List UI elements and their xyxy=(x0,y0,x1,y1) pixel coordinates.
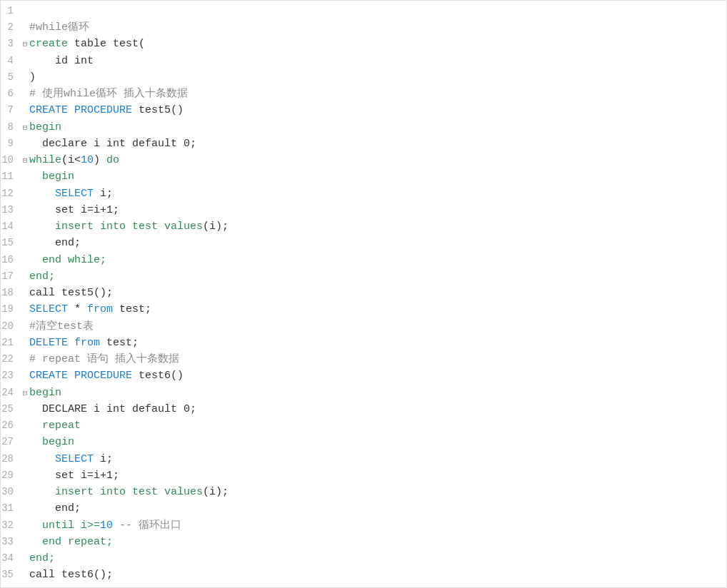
line-number: 5 xyxy=(1,70,21,86)
line-content: id int xyxy=(29,53,721,69)
collapse-marker[interactable]: ⊟ xyxy=(21,387,29,400)
line-content: end; xyxy=(29,500,721,517)
line-content: create table test( xyxy=(29,36,721,52)
token: begin xyxy=(29,121,61,133)
line-number: 11 xyxy=(1,169,21,185)
line-content: call test5(); xyxy=(29,285,721,301)
line-content: SELECT i; xyxy=(29,451,721,467)
line-content: #while循环 xyxy=(29,19,721,36)
token: until i>= xyxy=(29,519,100,532)
code-line: 22# repeat 语句 插入十条数据 xyxy=(1,351,726,368)
line-number: 19 xyxy=(1,302,21,318)
line-number: 29 xyxy=(1,468,21,484)
token: end while; xyxy=(42,254,106,266)
line-number: 17 xyxy=(1,269,21,285)
token: SELECT xyxy=(55,453,94,465)
token: insert into test values xyxy=(55,220,203,233)
token: call test5(); xyxy=(29,287,113,299)
token: #while循环 xyxy=(29,21,89,34)
line-content: insert into test values(i); xyxy=(29,218,721,235)
line-number: 1 xyxy=(1,4,21,19)
code-line: 29 set i=i+1; xyxy=(1,467,726,484)
line-content: # repeat 语句 插入十条数据 xyxy=(29,351,721,368)
code-line: 23CREATE PROCEDURE test6() xyxy=(1,368,726,384)
token xyxy=(68,370,74,382)
token: set i=i+1; xyxy=(29,470,119,482)
token: insert into test values xyxy=(55,486,203,498)
token: CREATE xyxy=(29,104,68,116)
token: * xyxy=(68,303,87,315)
line-content: CREATE PROCEDURE test6() xyxy=(29,368,721,384)
token: #清空test表 xyxy=(29,320,94,333)
line-number: 27 xyxy=(1,435,21,450)
code-line: 24⊟begin xyxy=(1,385,726,401)
token: test6() xyxy=(132,370,184,382)
code-line: 2#while循环 xyxy=(1,19,726,36)
collapse-marker[interactable]: ⊟ xyxy=(21,155,29,167)
line-content: while(i<10) do xyxy=(29,152,721,168)
line-content: declare i int default 0; xyxy=(29,136,721,152)
line-number: 7 xyxy=(1,103,21,118)
token: from xyxy=(87,303,113,315)
code-line: 10⊟while(i<10) do xyxy=(1,152,726,168)
code-line: 12 SELECT i; xyxy=(1,186,726,202)
line-number: 34 xyxy=(1,551,21,567)
collapse-marker[interactable]: ⊟ xyxy=(21,122,29,134)
token: declare i int default 0; xyxy=(29,138,196,150)
line-number: 35 xyxy=(1,567,21,583)
code-line: 16 end while; xyxy=(1,252,726,268)
token: end; xyxy=(29,270,55,283)
code-line: 34end; xyxy=(1,550,726,567)
line-number: 21 xyxy=(1,335,21,351)
token xyxy=(29,486,55,498)
code-line: 18call test5(); xyxy=(1,285,726,301)
line-number: 2 xyxy=(1,20,21,36)
line-number: 6 xyxy=(1,86,21,102)
code-line: 13 set i=i+1; xyxy=(1,202,726,218)
line-number: 16 xyxy=(1,253,21,268)
token: i; xyxy=(94,188,113,200)
line-content: insert into test values(i); xyxy=(29,484,721,500)
line-content: until i>=10 -- 循环出口 xyxy=(29,517,721,534)
token: test; xyxy=(100,337,139,349)
code-line: 15 end; xyxy=(1,235,726,251)
token xyxy=(29,536,42,548)
line-number: 31 xyxy=(1,501,21,517)
line-content: end repeat; xyxy=(29,534,721,550)
token: # repeat 语句 插入十条数据 xyxy=(29,353,179,365)
token: DELETE xyxy=(29,337,68,349)
line-content: SELECT i; xyxy=(29,186,721,202)
token: begin xyxy=(29,171,74,183)
line-number: 14 xyxy=(1,219,21,235)
token: 10 xyxy=(100,519,113,532)
token xyxy=(68,104,74,116)
code-line: 14 insert into test values(i); xyxy=(1,218,726,235)
collapse-marker[interactable]: ⊟ xyxy=(21,39,29,51)
line-content: DECLARE i int default 0; xyxy=(29,401,721,417)
token xyxy=(68,337,74,349)
token: begin xyxy=(29,387,61,399)
line-content: begin xyxy=(29,385,721,401)
line-number: 20 xyxy=(1,319,21,335)
code-editor: 12#while循环3⊟create table test(4 id int5)… xyxy=(0,0,727,588)
code-line: 21DELETE from test; xyxy=(1,335,726,351)
code-line: 33 end repeat; xyxy=(1,534,726,550)
token: id int xyxy=(29,55,94,67)
line-content: set i=i+1; xyxy=(29,467,721,484)
token xyxy=(29,220,55,233)
token: ) xyxy=(94,154,106,166)
line-number: 9 xyxy=(1,136,21,152)
token: ) xyxy=(29,71,36,83)
token: do xyxy=(106,154,119,166)
code-line: 8⊟begin xyxy=(1,119,726,136)
line-number: 10 xyxy=(1,153,21,168)
line-content: DELETE from test; xyxy=(29,335,721,351)
line-number: 8 xyxy=(1,120,21,136)
token: while xyxy=(29,154,61,166)
line-content: end; xyxy=(29,235,721,251)
line-content: #清空test表 xyxy=(29,318,721,335)
code-line: 35call test6(); xyxy=(1,567,726,583)
token: PROCEDURE xyxy=(74,370,132,382)
line-number: 4 xyxy=(1,54,21,69)
code-line: 30 insert into test values(i); xyxy=(1,484,726,500)
